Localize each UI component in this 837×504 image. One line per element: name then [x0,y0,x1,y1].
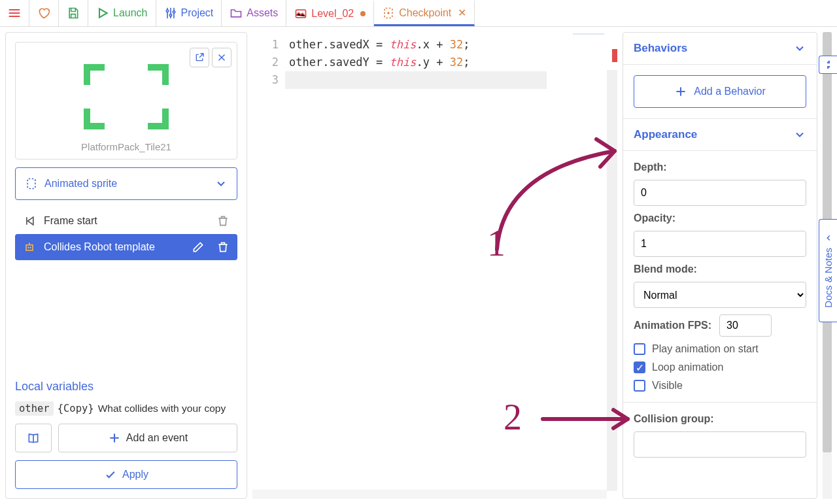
menu-button[interactable] [0,0,29,26]
add-event-label: Add an event [126,432,188,444]
fps-label: Animation FPS: [634,320,711,331]
horizontal-scrollbar[interactable] [252,490,607,499]
chevron-down-icon [214,177,228,190]
vertical-scrollbar[interactable] [607,70,617,491]
visible-row[interactable]: Visible [634,380,806,392]
external-link-icon [194,52,205,63]
apply-button[interactable]: Apply [15,460,237,489]
var-desc: What collides with your copy [98,403,226,414]
add-event-button[interactable]: Add an event [58,424,237,452]
docs-button[interactable] [15,424,52,452]
tab-checkpoint[interactable]: Checkpoint ✕ [374,0,475,26]
hamburger-icon [8,7,21,20]
opacity-input[interactable] [634,231,806,257]
checkbox-checked-icon[interactable]: ✓ [634,361,645,373]
line-number: 2 [252,54,279,71]
heart-icon [37,7,50,20]
local-variable-row: other {Copy} What collides with your cop… [15,401,237,416]
svg-point-8 [27,247,29,249]
collapse-icon [823,59,834,70]
play-on-start-label: Play animation on start [652,343,759,355]
var-copy-type: Copy [63,403,88,414]
template-icon [382,7,395,20]
toolbar: Launch Project Assets Level_02 Checkpoin… [0,0,837,27]
check-icon [104,468,117,481]
local-variables-title: Local variables [15,380,237,394]
code-editor[interactable]: 1 2 3 other.savedX = this.x + 32; other.… [252,32,617,499]
docs-notes-tab[interactable]: Docs & Notes [819,219,837,322]
add-behavior-button[interactable]: Add a Behavior [634,75,806,108]
blend-mode-select[interactable]: Normal [634,282,806,308]
tab-level[interactable]: Level_02 [286,0,374,26]
collision-group-input[interactable] [634,431,806,458]
collision-label: Collision group: [634,413,806,425]
appearance-title: Appearance [634,128,697,141]
close-icon [217,53,226,62]
favorite-button[interactable] [29,0,59,26]
play-on-start-row[interactable]: Play animation on start [634,343,806,355]
open-preview-button[interactable] [190,48,209,67]
trash-icon[interactable] [216,241,230,254]
bracket-sprite-icon [84,64,169,129]
line-number: 1 [252,36,279,54]
appearance-header[interactable]: Appearance [623,119,817,151]
line-gutter: 1 2 3 [252,36,285,495]
event-label: Frame start [44,215,97,227]
behaviors-header[interactable]: Behaviors [623,33,817,65]
checkbox-unchecked-icon[interactable] [634,380,645,392]
loop-animation-label: Loop animation [652,361,723,373]
code-body[interactable]: other.savedX = this.x + 32; other.savedY… [285,36,617,495]
robot-icon [23,241,36,254]
event-frame-start[interactable]: Frame start [15,208,237,234]
trash-icon[interactable] [216,214,230,227]
event-label: Collides Robot template [44,241,155,253]
chevron-left-icon [824,233,833,243]
close-icon[interactable]: ✕ [458,7,466,19]
svg-point-1 [169,14,171,16]
loop-animation-row[interactable]: ✓ Loop animation [634,361,806,373]
svg-rect-6 [27,179,35,189]
visible-label: Visible [652,380,683,392]
var-other: other [15,401,54,416]
tab-checkpoint-label: Checkpoint [399,7,451,19]
room-icon [294,7,307,20]
chevron-down-icon [793,128,806,141]
svg-point-0 [166,10,168,12]
plus-icon [674,85,687,98]
blend-label: Blend mode: [634,263,806,275]
clear-preview-button[interactable] [212,48,231,67]
project-button[interactable]: Project [156,0,222,26]
event-collides-robot[interactable]: Collides Robot template [15,234,237,260]
tab-level-label: Level_02 [311,8,354,20]
preview-name: PlatformPack_Tile21 [81,141,171,152]
opacity-label: Opacity: [634,212,806,224]
save-button[interactable] [59,0,88,26]
svg-rect-7 [26,245,33,250]
add-behavior-label: Add a Behavior [694,86,765,97]
depth-label: Depth: [634,161,806,173]
svg-point-2 [173,11,175,13]
launch-label: Launch [113,7,148,19]
right-panel: Behaviors Add a Behavior Appearance Dept… [623,32,817,499]
svg-point-5 [388,12,390,14]
depth-input[interactable] [634,180,806,206]
apply-label: Apply [122,469,148,480]
plus-icon [108,431,121,445]
texture-preview: PlatformPack_Tile21 [15,42,237,160]
edit-icon[interactable] [192,241,205,254]
book-icon [27,431,40,445]
save-icon [67,7,80,20]
minimap[interactable] [573,33,604,46]
launch-button[interactable]: Launch [88,0,156,26]
docs-notes-label: Docs & Notes [823,248,834,308]
fps-input[interactable] [719,314,772,337]
unsaved-dot-icon [360,11,366,16]
assets-button[interactable]: Assets [222,0,286,26]
skip-back-icon [23,214,36,227]
checkbox-unchecked-icon[interactable] [634,343,645,355]
collapse-panel-button[interactable] [819,56,837,74]
svg-point-9 [29,247,31,249]
project-label: Project [181,7,214,19]
sliders-icon [164,7,177,20]
base-class-dropdown[interactable]: Animated sprite [15,167,237,200]
